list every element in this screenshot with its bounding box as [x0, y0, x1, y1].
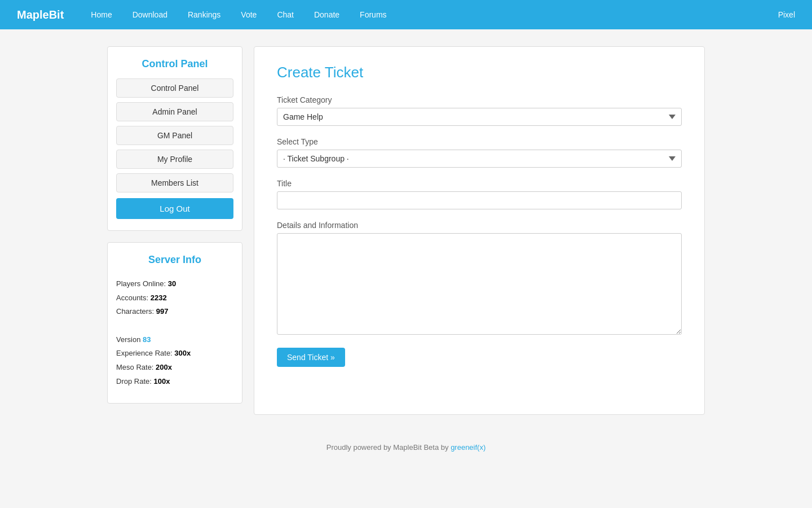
exp-rate-value: 300x: [174, 349, 191, 357]
navbar-brand[interactable]: MapleBit: [11, 8, 69, 21]
version-value: 83: [143, 335, 151, 344]
drop-rate-label: Drop Rate:: [116, 377, 152, 386]
nav-item-chat[interactable]: Chat: [267, 0, 304, 29]
category-label: Ticket Category: [277, 95, 682, 104]
characters-label: Characters:: [116, 307, 154, 316]
players-online-label: Players Online:: [116, 279, 166, 288]
type-select[interactable]: · Ticket Subgroup ·: [277, 150, 682, 168]
details-label: Details and Information: [277, 221, 682, 230]
accounts-value: 2232: [151, 294, 167, 302]
footer: Proudly powered by MapleBit Beta by gree…: [0, 432, 812, 463]
main-container: Control Panel Control Panel Admin Panel …: [96, 46, 716, 415]
nav-item-forums[interactable]: Forums: [350, 0, 396, 29]
server-info-title: Server Info: [116, 254, 233, 266]
sidebar-control-panel-button[interactable]: Control Panel: [116, 78, 233, 98]
category-group: Ticket Category Game Help Account Help B…: [277, 95, 682, 126]
footer-link[interactable]: greeneif(x): [451, 443, 486, 452]
server-info-box: Server Info Players Online: 30 Accounts:…: [107, 242, 242, 404]
nav-item-vote[interactable]: Vote: [231, 0, 267, 29]
category-select[interactable]: Game Help Account Help Bug Report Other: [277, 108, 682, 126]
sidebar-logout-button[interactable]: Log Out: [116, 198, 233, 219]
players-online-value: 30: [168, 279, 176, 288]
details-group: Details and Information: [277, 221, 682, 336]
control-panel-title: Control Panel: [116, 58, 233, 70]
title-input[interactable]: [277, 191, 682, 209]
main-content: Create Ticket Ticket Category Game Help …: [254, 46, 705, 415]
characters-value: 997: [156, 307, 169, 316]
drop-rate-value: 100x: [154, 377, 170, 386]
accounts-label: Accounts:: [116, 294, 148, 302]
meso-rate-label: Meso Rate:: [116, 363, 153, 371]
details-textarea[interactable]: [277, 233, 682, 335]
title-label: Title: [277, 179, 682, 188]
sidebar: Control Panel Control Panel Admin Panel …: [107, 46, 242, 415]
type-label: Select Type: [277, 137, 682, 146]
navbar-nav: Home Download Rankings Vote Chat Donate …: [81, 0, 772, 29]
page-title: Create Ticket: [277, 64, 682, 81]
title-group: Title: [277, 179, 682, 209]
submit-button[interactable]: Send Ticket »: [277, 348, 345, 367]
nav-item-home[interactable]: Home: [81, 0, 122, 29]
exp-rate-label: Experience Rate:: [116, 349, 173, 357]
control-panel-box: Control Panel Control Panel Admin Panel …: [107, 46, 242, 231]
navbar-right: Pixel: [773, 0, 801, 29]
nav-item-donate[interactable]: Donate: [304, 0, 350, 29]
sidebar-gm-panel-button[interactable]: GM Panel: [116, 126, 233, 145]
sidebar-members-list-button[interactable]: Members List: [116, 173, 233, 192]
nav-item-rankings[interactable]: Rankings: [178, 0, 231, 29]
nav-item-download[interactable]: Download: [122, 0, 178, 29]
user-dropdown-button[interactable]: Pixel: [773, 0, 801, 29]
meso-rate-value: 200x: [156, 363, 172, 371]
footer-text: Proudly powered by MapleBit Beta by: [326, 443, 451, 452]
server-info-content: Players Online: 30 Accounts: 2232 Charac…: [116, 274, 233, 392]
type-group: Select Type · Ticket Subgroup ·: [277, 137, 682, 168]
navbar: MapleBit Home Download Rankings Vote Cha…: [0, 0, 812, 29]
version-label: Version: [116, 335, 140, 344]
sidebar-admin-panel-button[interactable]: Admin Panel: [116, 102, 233, 121]
sidebar-my-profile-button[interactable]: My Profile: [116, 150, 233, 169]
